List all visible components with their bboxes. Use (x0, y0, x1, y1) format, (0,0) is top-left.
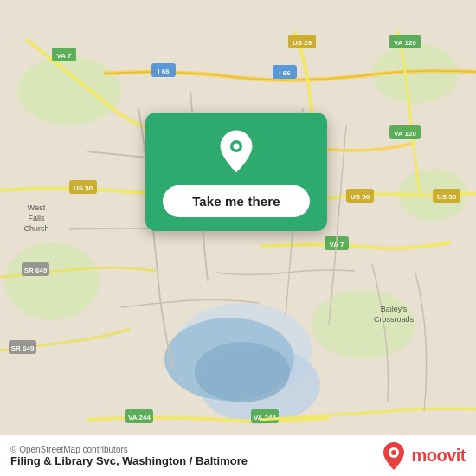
svg-text:SR 649: SR 649 (24, 267, 48, 274)
svg-point-9 (195, 342, 290, 402)
bottom-left: © OpenStreetMap contributors Filing & Li… (10, 445, 248, 467)
svg-point-48 (234, 144, 240, 150)
svg-point-5 (312, 290, 415, 359)
svg-text:SR 649: SR 649 (11, 344, 35, 352)
pin-icon-wrapper (213, 128, 260, 175)
bottom-bar: © OpenStreetMap contributors Filing & Li… (0, 434, 476, 476)
svg-point-4 (4, 242, 100, 320)
svg-point-50 (391, 450, 396, 455)
svg-text:Crossroads: Crossroads (374, 315, 415, 324)
moovit-pin-icon (382, 441, 406, 471)
svg-text:West: West (28, 203, 46, 212)
svg-text:Falls: Falls (28, 214, 45, 222)
moovit-brand-text: moovit (411, 446, 466, 466)
take-me-there-button[interactable]: Take me there (163, 185, 310, 217)
svg-text:VA 120: VA 120 (394, 130, 416, 138)
svg-text:VA 7: VA 7 (57, 52, 72, 60)
map-container: I 66 I 66 I 66 VA 7 VA 7 US 29 VA 120 VA… (0, 0, 476, 476)
svg-text:VA 120: VA 120 (394, 39, 416, 47)
svg-text:Bailey's: Bailey's (381, 305, 408, 313)
location-card: Take me there (145, 113, 327, 231)
svg-text:US 29: US 29 (293, 39, 312, 47)
svg-text:US 50: US 50 (351, 193, 370, 201)
svg-text:US 50: US 50 (74, 184, 93, 192)
svg-text:VA 244: VA 244 (128, 414, 151, 421)
svg-text:I 66: I 66 (279, 69, 291, 77)
svg-point-1 (17, 56, 121, 125)
location-label: Filing & Library Svc, Washington / Balti… (10, 454, 248, 467)
map-background: I 66 I 66 I 66 VA 7 VA 7 US 29 VA 120 VA… (0, 0, 476, 476)
svg-text:Church: Church (23, 224, 48, 233)
osm-credit: © OpenStreetMap contributors (10, 445, 248, 454)
location-pin-icon (217, 129, 255, 174)
svg-text:I 66: I 66 (158, 68, 170, 75)
svg-text:US 50: US 50 (437, 193, 457, 201)
moovit-logo: moovit (382, 441, 466, 471)
